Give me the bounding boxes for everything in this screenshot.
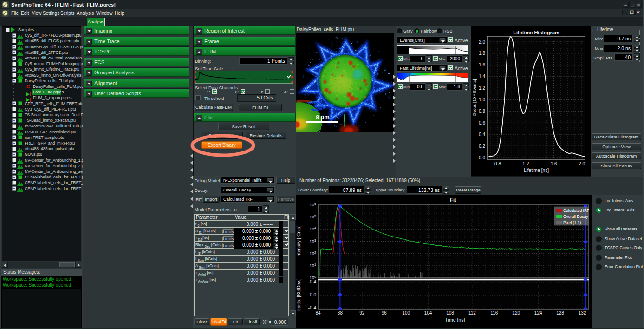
svg-text:0.0: 0.0 — [479, 155, 485, 160]
svg-text:100: 100 — [402, 310, 410, 316]
svg-text:132: 132 — [579, 310, 586, 316]
svg-text:Lifetime [ns]: Lifetime [ns] — [524, 168, 549, 173]
svg-text:0.0: 0.0 — [310, 292, 316, 297]
svg-text:1.6: 1.6 — [479, 62, 485, 67]
svg-text:Pixel (1,1): Pixel (1,1) — [563, 220, 581, 225]
svg-text:124: 124 — [534, 310, 542, 316]
svg-text:Calculated IRF: Calculated IRF — [563, 208, 589, 213]
svg-text:0.8: 0.8 — [494, 161, 501, 166]
svg-text:108: 108 — [446, 310, 454, 316]
svg-text:1.6: 1.6 — [551, 161, 557, 166]
svg-text:8 µm: 8 µm — [316, 114, 330, 121]
svg-text:104: 104 — [424, 310, 432, 316]
svg-text:1.2: 1.2 — [479, 86, 485, 91]
svg-text:2.0: 2.0 — [479, 39, 485, 45]
svg-text:116: 116 — [490, 310, 498, 316]
svg-text:esids. [StdDev.]: esids. [StdDev.] — [296, 278, 301, 311]
svg-text:0.4: 0.4 — [479, 132, 485, 137]
svg-text:1.0: 1.0 — [479, 97, 485, 102]
svg-text:Intensity [ Cnts]: Intensity [ Cnts] — [296, 225, 301, 257]
svg-text:Fit: Fit — [450, 197, 456, 203]
svg-text:0.2: 0.2 — [479, 144, 485, 149]
svg-text:112: 112 — [468, 310, 476, 316]
svg-text:-0.4: -0.4 — [308, 305, 317, 310]
svg-text:Time [ns]: Time [ns] — [445, 317, 465, 322]
svg-text:Overall Decay: Overall Decay — [563, 214, 588, 219]
svg-text:96: 96 — [382, 310, 387, 316]
svg-text:1.2: 1.2 — [522, 161, 529, 166]
svg-text:1.4: 1.4 — [479, 74, 485, 79]
svg-text:0.6: 0.6 — [479, 120, 485, 125]
svg-text:92: 92 — [359, 310, 365, 316]
svg-text:1.8: 1.8 — [479, 51, 485, 56]
svg-text:0.4: 0.4 — [310, 279, 316, 284]
svg-text:Occur. [10 ⁶ Events]: Occur. [10 ⁶ Events] — [472, 79, 477, 116]
svg-text:0.8: 0.8 — [479, 109, 485, 114]
svg-text:88: 88 — [338, 310, 343, 316]
svg-text:84: 84 — [315, 310, 321, 316]
svg-text:128: 128 — [556, 310, 564, 316]
svg-text:Lifetime Histogram: Lifetime Histogram — [513, 30, 559, 35]
svg-text:2.0: 2.0 — [579, 161, 585, 166]
svg-text:120: 120 — [512, 310, 520, 316]
